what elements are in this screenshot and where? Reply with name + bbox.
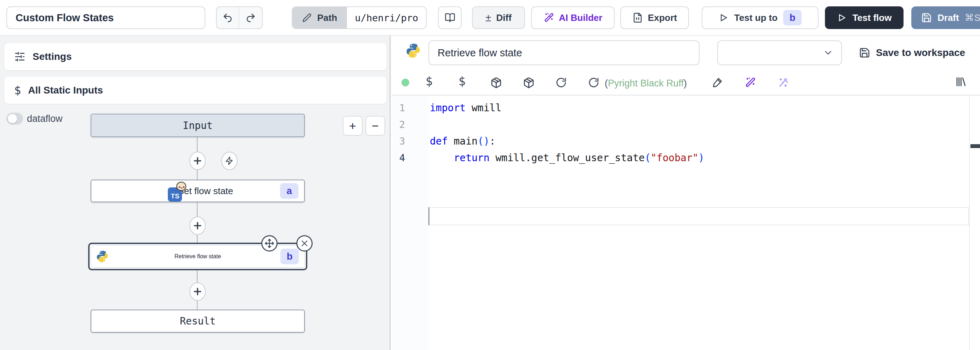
- flow-editor-app: Custom Flow States Path u/henri/pro: [0, 0, 980, 350]
- diff-label: Diff: [496, 13, 512, 23]
- move-step-handle[interactable]: [261, 235, 278, 251]
- toggle-knob: [8, 114, 17, 123]
- delete-step-button[interactable]: [296, 235, 313, 251]
- draft-label: Draft: [937, 13, 959, 23]
- insert-step-button[interactable]: [189, 282, 206, 301]
- input-node[interactable]: Input: [91, 114, 305, 137]
- flow-name-text: Custom Flow States: [16, 12, 114, 24]
- zap-icon: [225, 156, 234, 165]
- all-static-inputs-label: All Static Inputs: [28, 85, 103, 96]
- code-line[interactable]: [428, 116, 430, 133]
- library-icon: [955, 76, 967, 88]
- path-value: u/henri/pro: [347, 13, 426, 23]
- test-up-to-button[interactable]: Test up to b: [702, 6, 819, 29]
- save-icon: [859, 47, 870, 58]
- line-number: 3: [392, 133, 405, 150]
- flow-graph-panel: Settings $ All Static Inputs dataflow + …: [0, 36, 391, 350]
- save-to-workspace-label: Save to workspace: [876, 47, 965, 58]
- move-icon: [264, 238, 274, 248]
- file-code-icon: [632, 13, 643, 23]
- plus-icon: [193, 156, 202, 165]
- code-line[interactable]: return wmill.get_flow_user_state("foobar…: [428, 150, 704, 166]
- graph-zoom-in-button[interactable]: +: [343, 116, 363, 136]
- draft-shortcut: ⌘S: [965, 13, 980, 23]
- step-a-badge: a: [280, 183, 299, 199]
- redo-button[interactable]: [239, 7, 262, 28]
- rotate-cw-icon: [555, 77, 567, 88]
- path-label-segment: Path: [293, 7, 347, 28]
- insert-step-button[interactable]: [189, 152, 206, 170]
- result-node[interactable]: Result: [91, 310, 305, 332]
- step-name-input[interactable]: [428, 40, 700, 65]
- code-editor[interactable]: 1import wmill23def main():4 return wmill…: [392, 96, 980, 350]
- sparkles-wand-icon: [778, 77, 789, 88]
- save-draft-button[interactable]: Draft ⌘S: [911, 6, 980, 29]
- package-button[interactable]: [490, 77, 502, 89]
- top-toolbar: Custom Flow States Path u/henri/pro: [0, 0, 980, 36]
- code-line[interactable]: def main():: [428, 133, 495, 150]
- step-node-a[interactable]: TS Set flow state a: [91, 180, 305, 202]
- library-button[interactable]: [955, 76, 967, 88]
- undo-icon: [222, 13, 233, 23]
- test-up-to-step-badge: b: [783, 10, 802, 26]
- test-up-to-label: Test up to: [734, 13, 778, 23]
- language-select[interactable]: [717, 40, 842, 65]
- line-number: 2: [392, 116, 405, 133]
- code-line[interactable]: import wmill: [428, 99, 501, 116]
- path-button[interactable]: Path u/henri/pro: [292, 6, 426, 29]
- book-open-icon: [445, 13, 455, 23]
- test-flow-label: Test flow: [853, 13, 892, 23]
- package-icon: [490, 77, 502, 89]
- ai-builder-label: AI Builder: [559, 13, 603, 23]
- step-b-badge: b: [280, 249, 299, 264]
- plus-minus-icon: ±: [485, 12, 491, 24]
- flow-name-input[interactable]: Custom Flow States: [6, 6, 205, 29]
- plus-icon: [193, 221, 202, 230]
- graph-zoom-out-button[interactable]: −: [365, 116, 385, 136]
- reload-button[interactable]: [588, 77, 600, 89]
- undo-button[interactable]: [217, 7, 239, 28]
- wand-sparkles-icon: [544, 13, 554, 23]
- save-to-workspace-button[interactable]: Save to workspace: [859, 40, 965, 65]
- export-button[interactable]: Export: [620, 6, 689, 29]
- python-icon: [95, 250, 109, 263]
- paintbrush-icon: [712, 77, 723, 88]
- python-icon: [405, 43, 421, 59]
- main-area: Settings $ All Static Inputs dataflow + …: [0, 36, 980, 350]
- step-editor-panel: Save to workspace $ $: [392, 36, 980, 350]
- bun-typescript-icon: TS: [168, 186, 183, 201]
- ai-edit-button[interactable]: [745, 77, 756, 89]
- paren-open: (: [605, 78, 608, 89]
- play-icon: [837, 13, 847, 23]
- ai-builder-button[interactable]: AI Builder: [531, 6, 615, 29]
- dataflow-toggle-label: dataflow: [27, 113, 63, 124]
- resources-button[interactable]: $: [458, 75, 466, 87]
- close-icon: [300, 239, 309, 248]
- dataflow-toggle[interactable]: [6, 113, 23, 125]
- undo-redo-group: [216, 6, 263, 29]
- docs-button[interactable]: [438, 6, 462, 29]
- input-node-label: Input: [183, 120, 212, 131]
- format-button[interactable]: [712, 77, 723, 89]
- redo-icon: [245, 13, 256, 23]
- package-icon: [523, 77, 535, 89]
- editor-right-divider: [969, 96, 970, 350]
- trigger-button[interactable]: [221, 152, 237, 170]
- overview-ruler-cursor: [970, 144, 980, 148]
- status-dot: [401, 78, 409, 86]
- all-static-inputs-row[interactable]: $ All Static Inputs: [4, 76, 387, 104]
- path-label: Path: [317, 13, 337, 23]
- insert-step-button[interactable]: [189, 216, 206, 235]
- settings-row[interactable]: Settings: [4, 43, 387, 70]
- reload-button[interactable]: [555, 77, 567, 89]
- ai-fix-button[interactable]: [778, 77, 789, 89]
- wand-sparkles-icon: [745, 77, 756, 88]
- package-button[interactable]: [523, 77, 535, 89]
- variables-button[interactable]: $: [426, 75, 433, 87]
- diff-button[interactable]: ± Diff: [472, 6, 525, 29]
- settings-label: Settings: [33, 51, 72, 62]
- step-b-label: Retrieve flow state: [175, 253, 221, 260]
- test-flow-button[interactable]: Test flow: [825, 6, 904, 29]
- indent-guide: [428, 207, 430, 225]
- export-label: Export: [648, 13, 677, 23]
